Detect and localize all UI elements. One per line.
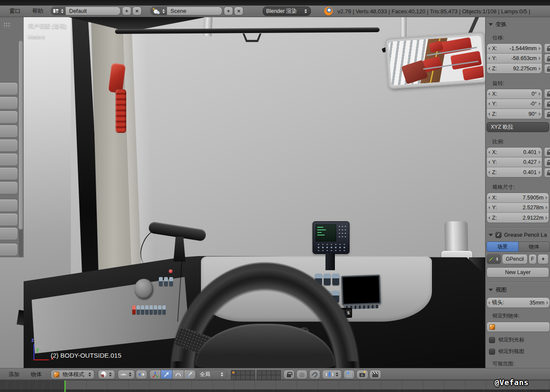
lock-scale-x-button[interactable] — [544, 147, 550, 157]
grease-pencil-panel-header[interactable]: ✓ Grease Pencil La — [489, 232, 550, 238]
manipulate-center-points-toggle[interactable] — [136, 370, 147, 379]
timeline-scroll-strip[interactable] — [0, 389, 550, 392]
screen-layout-selector[interactable]: Default — [51, 6, 121, 15]
tool-shelf-button[interactable] — [0, 167, 18, 180]
collapse-triangle-icon — [489, 23, 493, 26]
menu-window[interactable]: 窗口 — [9, 6, 21, 17]
region-corner-handle-2[interactable] — [10, 257, 18, 262]
manipulator-translate-button[interactable] — [161, 370, 173, 379]
manipulator-axes-button[interactable] — [149, 370, 161, 379]
tool-shelf-button[interactable] — [0, 243, 18, 256]
gpencil-new-button[interactable]: + — [538, 254, 549, 264]
transform-panel-header[interactable]: 变换 — [489, 21, 550, 28]
dimensions-z-field[interactable]: Z:2.9122m — [487, 213, 549, 223]
scene-delete-button[interactable]: × — [234, 6, 243, 15]
lock-to-cursor-row[interactable]: 锁定到光标 — [489, 336, 550, 344]
dimensions-x-field[interactable]: X:7.5905m — [487, 193, 549, 203]
lock-location-x-button[interactable] — [544, 43, 550, 53]
tab-object[interactable]: 物体 — [519, 241, 550, 252]
mode-dropdown[interactable]: 物体模式 — [51, 370, 94, 379]
lock-rotation-z-button[interactable] — [544, 109, 550, 119]
opengl-render-image-button[interactable]: ★ — [356, 370, 368, 379]
manipulator-rotate-button[interactable] — [173, 370, 184, 379]
fake-user-button[interactable]: F — [529, 254, 537, 264]
scale-y-field[interactable]: Y:0.427 — [487, 157, 542, 167]
blender-logo-icon — [324, 7, 333, 15]
tool-shelf-button[interactable] — [0, 153, 18, 166]
scene-selector[interactable]: Scene — [150, 6, 222, 15]
3d-viewport[interactable]: D N R S 用户 — [0, 17, 485, 368]
proportional-edit-button[interactable]: ◎ — [296, 370, 307, 379]
layers-group-1[interactable] — [231, 370, 255, 380]
menu-object[interactable]: 物体 — [31, 368, 42, 380]
view-panel-header[interactable]: 视图 — [489, 286, 550, 294]
menu-help[interactable]: 帮助 — [32, 6, 43, 17]
scale-x-field[interactable]: X:0.401 — [487, 148, 542, 157]
rotation-x-field[interactable]: X:0° — [487, 89, 542, 99]
lock-object-field[interactable] — [486, 322, 550, 332]
location-y-field[interactable]: Y:-58.653cm — [487, 54, 542, 63]
lock-cursor-checkbox[interactable] — [489, 337, 495, 343]
rotation-y-field[interactable]: Y:-0° — [487, 99, 542, 109]
magnet-icon — [311, 371, 319, 378]
region-corner-handle[interactable] — [3, 22, 11, 27]
tool-shelf-button[interactable] — [0, 111, 18, 124]
tool-shelf-button[interactable] — [0, 96, 18, 109]
tab-scene[interactable]: 场景 — [486, 241, 519, 252]
layers-group-2[interactable] — [257, 370, 280, 380]
viewport-shading-dropdown[interactable] — [98, 370, 115, 379]
scene-spin-arrows[interactable] — [161, 9, 165, 13]
location-x-field[interactable]: X:-1.5449mm — [487, 44, 542, 54]
lock-view-checkbox[interactable] — [489, 349, 495, 355]
menu-add[interactable]: 添加 — [9, 368, 19, 380]
snap-element-dropdown[interactable] — [322, 370, 342, 379]
grease-pencil-checkbox[interactable]: ✓ — [495, 232, 501, 238]
location-z-field[interactable]: Z:92.275cm — [487, 63, 542, 73]
lock-location-z-button[interactable] — [544, 64, 550, 74]
lock-scale-z-button[interactable] — [544, 168, 550, 178]
lens-field[interactable]: 镜头:35mm — [487, 298, 550, 308]
timeline-playhead[interactable] — [64, 380, 66, 392]
gpencil-name-field[interactable]: GPencil — [502, 254, 528, 264]
pivot-point-dropdown[interactable] — [118, 370, 135, 379]
dimensions-y-field[interactable]: Y:2.5278m — [487, 203, 549, 213]
lock-icon — [547, 152, 550, 155]
tool-shelf-button[interactable] — [0, 139, 18, 152]
layout-spin-arrows[interactable] — [60, 9, 64, 13]
info-header: 窗口 帮助 Default + × Scene + × Blender 渲染 v… — [0, 6, 550, 17]
layout-add-button[interactable]: + — [122, 6, 131, 15]
tool-shelf-button[interactable] — [0, 227, 18, 240]
snap-toggle-button[interactable] — [309, 370, 320, 379]
camera-icon: ★ — [359, 372, 365, 377]
tool-shelf-region — [0, 17, 24, 257]
rotation-z-field[interactable]: Z:90° — [487, 109, 542, 119]
tool-shelf-button[interactable] — [0, 213, 18, 226]
timeline-region[interactable] — [0, 380, 550, 392]
manipulator-scale-button[interactable] — [184, 370, 196, 379]
lock-camera-button[interactable] — [283, 370, 295, 379]
opengl-render-anim-button[interactable] — [369, 370, 381, 379]
new-layer-button[interactable]: New Layer — [486, 267, 549, 277]
lock-rotation-x-button[interactable] — [544, 89, 550, 99]
scale-z-field[interactable]: Z:0.401 — [487, 167, 542, 177]
tool-shelf-button[interactable] — [0, 199, 18, 212]
transform-orientation-dropdown[interactable]: 全局 — [197, 370, 227, 379]
tool-shelf-scrollbar[interactable] — [19, 41, 23, 229]
scene-name-field[interactable]: Scene — [167, 7, 222, 15]
tool-shelf-button[interactable] — [0, 181, 18, 194]
lock-to-view-row[interactable]: 锁定到视图 — [489, 348, 550, 355]
scene-add-button[interactable]: + — [224, 6, 233, 15]
layout-delete-button[interactable]: × — [132, 6, 142, 15]
rotation-mode-dropdown[interactable]: XYZ 欧拉 — [486, 122, 549, 132]
layout-name-field[interactable]: Default — [66, 7, 120, 15]
panel-separator — [486, 282, 550, 283]
lock-rotation-y-button[interactable] — [544, 99, 550, 109]
lock-location-y-button[interactable] — [544, 54, 550, 63]
render-engine-dropdown[interactable]: Blender 渲染 — [263, 6, 311, 16]
tool-shelf-button[interactable] — [0, 82, 18, 95]
lock-scale-y-button[interactable] — [544, 157, 550, 167]
tool-shelf-button[interactable] — [0, 125, 18, 138]
snap-grid-button[interactable] — [343, 370, 355, 379]
scene-icon — [151, 7, 167, 15]
gpencil-type-dropdown[interactable] — [486, 254, 501, 264]
